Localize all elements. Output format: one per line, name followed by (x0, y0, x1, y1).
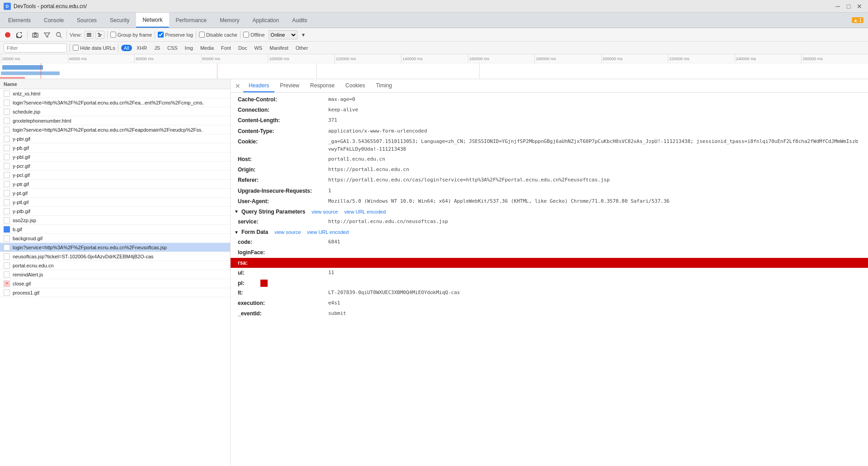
list-item[interactable]: neusoftcas.jsp?ticket=ST-102006-0jx4AzvD… (0, 252, 230, 261)
tab-memory[interactable]: Memory (213, 13, 246, 28)
filter-icon (44, 32, 50, 38)
throttle-select[interactable]: Online Fast 3G Slow 3G Offline (269, 30, 297, 39)
list-item[interactable]: process1.gif (0, 288, 230, 297)
list-item[interactable]: y-ptr.gif (0, 180, 230, 189)
form-data-view-source[interactable]: view source (274, 229, 301, 235)
tab-network[interactable]: Network (136, 13, 169, 28)
tab-performance[interactable]: Performance (169, 13, 213, 28)
file-icon (4, 154, 10, 160)
file-icon (4, 181, 10, 187)
query-string-section-header[interactable]: ▼ Query String Parameters view source vi… (231, 207, 868, 217)
filter-type-xhr[interactable]: XHR (134, 45, 150, 51)
list-item[interactable]: remindAlert.js (0, 270, 230, 279)
query-string-view-source[interactable]: view source (311, 209, 338, 214)
filter-type-all[interactable]: All (121, 45, 132, 51)
stop-button[interactable] (14, 31, 24, 39)
offline-checkbox[interactable] (243, 32, 249, 38)
list-item[interactable]: xntz_xs.html (0, 89, 230, 98)
list-item[interactable]: y-pt.gif (0, 189, 230, 198)
tab-audits[interactable]: Audits (286, 13, 314, 28)
list-item[interactable]: portal.ecnu.edu.cn (0, 261, 230, 270)
hide-data-urls-checkbox[interactable] (73, 45, 79, 51)
fd-pl-row: pl (231, 279, 868, 288)
list-item[interactable]: b.gif (0, 225, 230, 234)
list-item[interactable]: y-pcr.gif (0, 162, 230, 171)
minimize-button[interactable]: ─ (833, 1, 843, 11)
throttle-dropdown-button[interactable]: ▼ (299, 31, 308, 38)
offline-checkbox-group[interactable]: Offline (243, 32, 265, 38)
tab-application[interactable]: Application (246, 13, 286, 28)
detail-tab-timing[interactable]: Timing (370, 79, 397, 92)
list-item[interactable]: login?service=http%3A%2F%2Fportal.ecnu.e… (0, 98, 230, 107)
devtools-favicon: D (4, 3, 11, 10)
filter-type-js[interactable]: JS (151, 45, 163, 51)
item-name: y-pbr.gif (13, 136, 30, 142)
fd-loginface: loginFace (231, 247, 868, 258)
preserve-log-checkbox-group[interactable]: Preserve log (158, 32, 193, 38)
file-icon (4, 262, 10, 269)
item-name: login?service=http%3A%2F%2Fportal.ecnu.e… (13, 245, 167, 250)
svg-rect-6 (87, 33, 91, 34)
list-item[interactable]: ✕close.gif (0, 279, 230, 288)
detail-tab-cookies[interactable]: Cookies (340, 79, 370, 92)
detail-tab-preview[interactable]: Preview (274, 79, 305, 92)
filter-type-doc[interactable]: Doc (236, 45, 250, 51)
filter-type-manifest[interactable]: Manifest (267, 45, 291, 51)
detail-tab-headers[interactable]: Headers (243, 79, 274, 92)
search-button[interactable] (54, 31, 64, 39)
list-item[interactable]: y-pbl.gif (0, 152, 230, 162)
maximize-button[interactable]: □ (844, 1, 854, 11)
group-by-frame-checkbox-group[interactable]: Group by frame (110, 32, 152, 38)
filter-type-other[interactable]: Other (293, 45, 311, 51)
list-item[interactable]: y-pbr.gif (0, 134, 230, 143)
tick-3: 60000 ms (134, 54, 201, 63)
record-button[interactable] (3, 31, 13, 39)
list-item[interactable]: y-ptb.gif (0, 207, 230, 216)
view-list-button[interactable] (85, 31, 94, 39)
header-content-length: Content-Length 371 (231, 115, 868, 126)
query-string-view-url-encoded[interactable]: view URL encoded (344, 209, 386, 214)
item-name: sso2zp.jsp (13, 218, 36, 223)
detail-close-button[interactable]: ✕ (232, 81, 243, 91)
form-data-section-header[interactable]: ▼ Form Data view source view URL encoded (231, 227, 868, 237)
list-item[interactable]: schedule.jsp (0, 107, 230, 116)
disable-cache-label: Disable cache (206, 32, 237, 38)
filter-type-media[interactable]: Media (198, 45, 217, 51)
filter-button[interactable] (42, 31, 52, 39)
list-item[interactable]: sso2zp.jsp (0, 216, 230, 225)
filter-type-css[interactable]: CSS (165, 45, 180, 51)
hide-data-urls-group[interactable]: Hide data URLs (73, 45, 115, 51)
tab-console[interactable]: Console (38, 13, 71, 28)
disable-cache-checkbox-group[interactable]: Disable cache (199, 32, 237, 38)
item-name: xntz_xs.html (13, 91, 40, 96)
item-name: b.gif (13, 227, 22, 232)
list-item[interactable]: grxxtelephonenumber.html (0, 116, 230, 125)
tab-security[interactable]: Security (104, 13, 136, 28)
preserve-log-checkbox[interactable] (158, 32, 164, 38)
divider-1 (27, 31, 28, 39)
tab-elements[interactable]: Elements (2, 13, 38, 28)
item-name: y-pbl.gif (13, 154, 30, 160)
file-icon (4, 109, 10, 115)
tab-sources[interactable]: Sources (71, 13, 104, 28)
filter-type-font[interactable]: Font (218, 45, 234, 51)
list-item[interactable]: y-pb.gif (0, 143, 230, 152)
form-data-view-url-encoded[interactable]: view URL encoded (307, 229, 349, 235)
item-name: grxxtelephonenumber.html (13, 118, 71, 124)
list-item[interactable]: backgroud.gif (0, 234, 230, 243)
close-window-button[interactable]: ✕ (854, 1, 864, 11)
group-by-frame-label: Group by frame (118, 32, 152, 38)
list-item[interactable]: y-pcl.gif (0, 171, 230, 180)
filter-input[interactable] (4, 43, 67, 52)
detail-tab-response[interactable]: Response (305, 79, 340, 92)
filter-type-img[interactable]: Img (182, 45, 196, 51)
filter-type-ws[interactable]: WS (251, 45, 265, 51)
list-item[interactable]: y-ptl.gif (0, 198, 230, 207)
group-by-frame-checkbox[interactable] (110, 32, 116, 38)
screenshot-button[interactable] (30, 31, 40, 39)
disable-cache-checkbox[interactable] (199, 32, 205, 38)
network-list-body[interactable]: xntz_xs.htmllogin?service=http%3A%2F%2Fp… (0, 89, 230, 466)
list-item[interactable]: login?service=http%3A%2F%2Fportal.ecnu.e… (0, 125, 230, 134)
view-waterfall-button[interactable] (95, 31, 104, 39)
list-item[interactable]: login?service=http%3A%2F%2Fportal.ecnu.e… (0, 243, 230, 252)
